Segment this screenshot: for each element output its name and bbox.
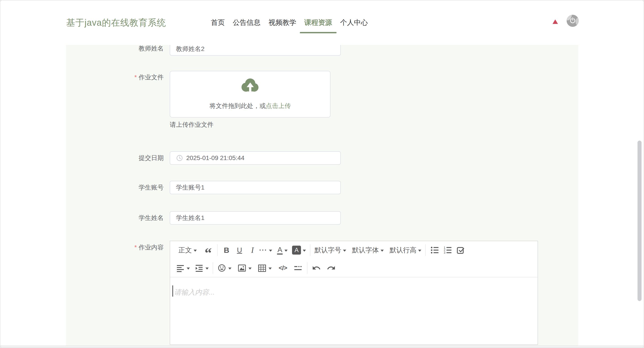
site-title: 基于java的在线教育系统 <box>66 0 166 45</box>
nav-item-course-resources[interactable]: 课程资源 <box>304 18 332 27</box>
divider-button[interactable] <box>293 262 303 274</box>
triangle-up-icon <box>552 19 558 24</box>
bottom-scrollbar-track <box>0 346 644 348</box>
code-block-button[interactable]: </> <box>278 262 288 274</box>
toolbar-row-2: </> <box>170 259 538 277</box>
browser-page: 基于java的在线教育系统 首页 公告信息 视频教学 课程资源 个人中心 教师姓… <box>0 0 644 348</box>
vertical-scrollbar-thumb[interactable] <box>638 141 642 301</box>
teacher-name-input[interactable]: 教师姓名2 <box>170 45 341 56</box>
text-cursor <box>172 285 173 297</box>
indent-dropdown[interactable] <box>195 262 209 274</box>
font-size-dropdown[interactable]: 默认字号 <box>314 244 346 256</box>
bold-button[interactable]: B <box>222 244 232 256</box>
clock-icon <box>176 154 183 162</box>
nav-item-personal-center[interactable]: 个人中心 <box>340 18 368 27</box>
student-name-label: 学生姓名 <box>106 213 164 223</box>
upload-hint: 请上传作业文件 <box>170 120 214 129</box>
blockquote-button[interactable]: “ <box>203 241 213 259</box>
align-dropdown[interactable] <box>176 262 190 274</box>
toolbar-divider <box>310 244 310 256</box>
align-icon <box>176 264 185 273</box>
nav-item-video-teaching[interactable]: 视频教学 <box>268 18 296 27</box>
click-to-upload-link[interactable]: 点击上传 <box>266 102 291 109</box>
editor-placeholder: 请输入内容... <box>174 288 215 297</box>
nav-item-announcements[interactable]: 公告信息 <box>233 18 260 27</box>
italic-button[interactable]: I <box>248 244 258 256</box>
svg-text:3: 3 <box>444 251 446 254</box>
homework-file-label: * 作业文件 <box>106 72 164 83</box>
avatar-power-icon <box>569 17 576 24</box>
upload-cloud-icon <box>240 77 260 96</box>
image-dropdown[interactable] <box>237 262 252 274</box>
indent-icon <box>195 264 204 273</box>
toolbar-divider <box>307 262 308 274</box>
more-styles-dropdown[interactable]: ··· <box>259 244 272 256</box>
form-card: 教师姓名 教师姓名2 * 作业文件 将文件拖到此处，或点击上传 请上传作业文件 <box>66 45 578 348</box>
todo-list-icon <box>456 245 465 255</box>
top-header: 基于java的在线教育系统 首页 公告信息 视频教学 课程资源 个人中心 <box>0 0 644 45</box>
submit-date-input[interactable]: 2025-01-09 21:05:44 <box>170 151 341 165</box>
image-icon <box>237 263 247 273</box>
homework-content-label: * 作业内容 <box>106 242 164 253</box>
teacher-name-value: 教师姓名2 <box>176 45 204 53</box>
nav-item-home[interactable]: 首页 <box>211 18 225 27</box>
teacher-name-label: 教师姓名 <box>106 45 164 54</box>
required-marker: * <box>134 74 137 80</box>
toolbar-divider <box>213 262 213 274</box>
font-family-dropdown[interactable]: 默认字体 <box>352 244 384 256</box>
submit-date-value: 2025-01-09 21:05:44 <box>186 154 244 162</box>
user-avatar[interactable] <box>567 15 579 27</box>
active-tab-underline <box>300 32 336 33</box>
student-name-value: 学生姓名1 <box>176 214 204 222</box>
todo-list-button[interactable] <box>456 244 466 256</box>
ordered-list-button[interactable]: 123 <box>443 244 452 256</box>
editor-toolbar: 正文 “ B U I ··· A A <box>170 241 538 277</box>
bullet-list-button[interactable] <box>430 244 440 256</box>
bullet-list-icon <box>430 245 440 255</box>
student-name-input[interactable]: 学生姓名1 <box>170 211 341 225</box>
editor-content-area[interactable]: 请输入内容... <box>170 277 538 345</box>
redo-button[interactable] <box>326 262 336 274</box>
ordered-list-icon: 123 <box>443 245 452 255</box>
emoji-icon <box>217 263 226 273</box>
divider-icon <box>294 263 303 273</box>
main-nav: 首页 公告信息 视频教学 课程资源 个人中心 <box>211 0 368 45</box>
student-account-value: 学生账号1 <box>176 183 204 192</box>
background-color-dropdown[interactable]: A <box>292 244 306 256</box>
required-marker: * <box>134 244 137 251</box>
avatar-decor <box>576 18 579 25</box>
student-account-input[interactable]: 学生账号1 <box>170 181 341 194</box>
redo-icon <box>327 264 336 273</box>
submit-date-label: 提交日期 <box>106 153 164 163</box>
nav-item-label: 课程资源 <box>304 18 332 26</box>
rich-text-editor: 正文 “ B U I ··· A A <box>170 241 538 345</box>
table-icon <box>258 263 267 273</box>
toolbar-row-1: 正文 “ B U I ··· A A <box>170 241 538 259</box>
student-account-label: 学生账号 <box>106 182 164 193</box>
font-color-dropdown[interactable]: A <box>277 244 288 256</box>
table-dropdown[interactable] <box>258 262 272 274</box>
undo-icon <box>312 264 321 273</box>
upload-instructions: 将文件拖到此处，或点击上传 <box>210 102 291 110</box>
undo-button[interactable] <box>312 262 321 274</box>
toolbar-divider <box>217 244 218 256</box>
file-upload-dropzone[interactable]: 将文件拖到此处，或点击上传 <box>170 71 330 118</box>
line-height-dropdown[interactable]: 默认行高 <box>390 244 421 256</box>
toolbar-divider <box>425 244 426 256</box>
underline-button[interactable]: U <box>234 244 244 256</box>
paragraph-style-dropdown[interactable]: 正文 <box>176 244 199 256</box>
emoji-dropdown[interactable] <box>217 262 232 274</box>
